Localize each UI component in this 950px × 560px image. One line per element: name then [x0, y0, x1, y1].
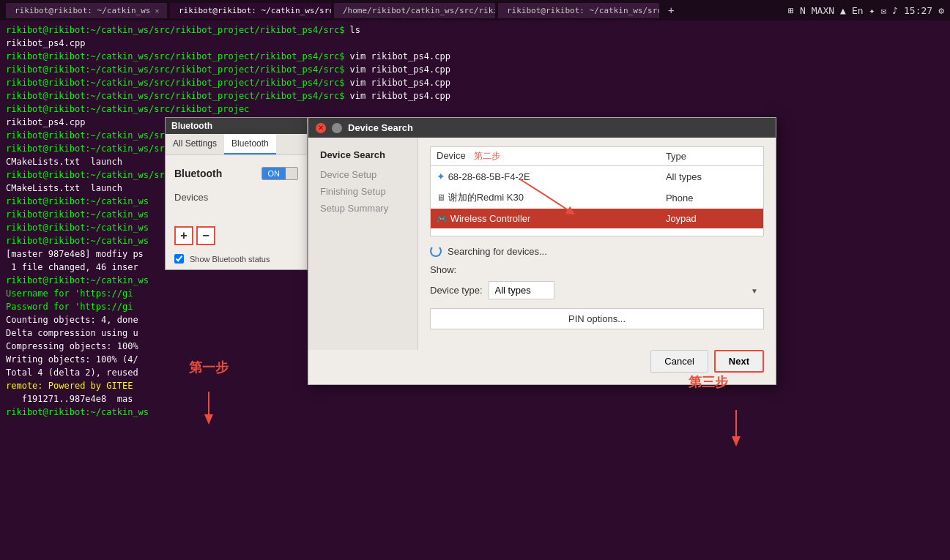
searching-text: Searching for devices...	[448, 246, 547, 257]
remove-device-button[interactable]: −	[196, 226, 215, 245]
dialog-titlebar: ✕ Device Search	[308, 118, 776, 138]
mail-icon: ✉	[880, 5, 886, 16]
tab-2[interactable]: rikibot@rikibot: ~/catkin_ws/src/rikib..…	[170, 3, 331, 18]
show-row: Show:	[430, 264, 764, 275]
system-tray: ⊞ N MAXN ▲ En ✦ ✉ ♪ 15:27 ⚙	[788, 5, 944, 16]
device-cell-3: 🎮 Wireless Controller	[431, 209, 660, 228]
dialog-sidebar-device-search[interactable]: Device Search	[308, 146, 418, 163]
grid-icon: ⊞	[788, 5, 794, 16]
bluetooth-toggle-row: Bluetooth ON	[174, 167, 298, 180]
table-row[interactable]: 🖥 谢加的Redmi K30 Phone	[431, 187, 763, 209]
clock: 15:27	[904, 5, 932, 16]
tab-3[interactable]: /home/rikibot/catkin_ws/src/rikibot_... …	[334, 3, 495, 18]
device-type-label: Device type:	[430, 285, 483, 296]
device-type-select[interactable]: All types Phone Joypad Keyboard Mouse	[489, 281, 554, 299]
new-tab-button[interactable]: +	[662, 3, 680, 18]
table-row[interactable]: ✦ 68-28-68-5B-F4-2E All types	[431, 166, 763, 187]
term-line-1: rikibot@rikibot:~/catkin_ws/src/rikibot_…	[6, 23, 944, 37]
bluetooth-device-icon-1: ✦	[437, 171, 445, 182]
bluetooth-nav: All Settings Bluetooth	[166, 134, 307, 155]
term-line-2: rikibot_ps4.cpp	[6, 37, 944, 50]
bluetooth-nav-all-settings[interactable]: All Settings	[166, 134, 224, 154]
dialog-sidebar-device-setup-label: Device Setup	[320, 169, 376, 180]
term-line-6: rikibot@rikibot:~/catkin_ws/src/rikibot_…	[6, 89, 944, 102]
device-name-1: 68-28-68-5B-F4-2E	[448, 171, 530, 182]
device-list-area: Device 第二步 Type ✦ 68-28-68-5	[430, 146, 764, 236]
show-bluetooth-label: Show Bluetooth status	[190, 255, 270, 264]
device-name-3: Wireless Controller	[450, 213, 531, 224]
monitor-device-icon-2: 🖥	[437, 193, 445, 203]
type-col-header: Type	[660, 147, 763, 166]
term-line-5: rikibot@rikibot:~/catkin_ws/src/rikibot_…	[6, 76, 944, 89]
device-cell-1: ✦ 68-28-68-5B-F4-2E	[431, 166, 660, 187]
device-search-dialog: ✕ Device Search Device Search Device Set…	[308, 117, 776, 385]
nvidia-icon: N	[800, 5, 806, 16]
bluetooth-nav-bluetooth-label: Bluetooth	[231, 138, 269, 149]
tab-4[interactable]: rikibot@rikibot: ~/catkin_ws/src/rikib..…	[498, 3, 659, 18]
tab-4-label: rikibot@rikibot: ~/catkin_ws/src/rikib..…	[507, 6, 659, 15]
toggle-off[interactable]	[286, 168, 297, 179]
maxn-label: MAXN	[812, 5, 834, 16]
bluetooth-nav-bluetooth[interactable]: Bluetooth	[224, 134, 276, 154]
tab-2-label: rikibot@rikibot: ~/catkin_ws/src/rikib..…	[179, 6, 331, 15]
bluetooth-bottom: + −	[166, 220, 307, 251]
type-cell-1: All types	[660, 166, 763, 187]
dialog-footer: Cancel Next	[308, 350, 776, 384]
term-line-30: rikibot@rikibot:~/catkin_ws	[6, 406, 944, 419]
top-bar: rikibot@rikibot: ~/catkin_ws ✕ rikibot@r…	[0, 0, 950, 20]
type-header-label: Type	[666, 151, 686, 162]
wifi-icon: ▲	[840, 5, 846, 16]
bluetooth-panel: Bluetooth All Settings Bluetooth Bluetoo…	[165, 117, 308, 270]
devices-label: Devices	[174, 192, 298, 203]
gamepad-icon: 🎮	[437, 214, 448, 224]
device-cell-2: 🖥 谢加的Redmi K30	[431, 187, 660, 209]
tab-3-label: /home/rikibot/catkin_ws/src/rikibot_...	[343, 6, 495, 15]
dialog-main: Device 第二步 Type ✦ 68-28-68-5	[418, 138, 776, 350]
next-button[interactable]: Next	[714, 350, 764, 373]
device-type-select-wrapper: All types Phone Joypad Keyboard Mouse	[489, 281, 764, 299]
device-col-header: Device 第二步	[431, 147, 660, 166]
add-device-button[interactable]: +	[174, 226, 193, 245]
dialog-sidebar-device-setup[interactable]: Device Setup	[308, 166, 418, 183]
cancel-label: Cancel	[664, 356, 694, 367]
term-line-3: rikibot@rikibot:~/catkin_ws/src/rikibot_…	[6, 50, 944, 63]
pin-options-label: PIN options...	[568, 313, 626, 324]
dialog-title: Device Search	[348, 122, 413, 133]
bluetooth-footer: Show Bluetooth status	[166, 251, 307, 269]
show-label: Show:	[430, 264, 456, 275]
step2-annotation: 第二步	[474, 151, 500, 161]
bluetooth-titlebar: Bluetooth	[166, 118, 307, 134]
term-line-4: rikibot@rikibot:~/catkin_ws/src/rikibot_…	[6, 63, 944, 76]
type-cell-2: Phone	[660, 187, 763, 209]
dialog-sidebar-finishing-setup[interactable]: Finishing Setup	[308, 183, 418, 200]
device-table: Device 第二步 Type ✦ 68-28-68-5	[431, 147, 763, 228]
device-name-2: 谢加的Redmi K30	[448, 192, 524, 203]
bluetooth-title-label: Bluetooth	[171, 121, 212, 131]
cancel-button[interactable]: Cancel	[650, 350, 708, 373]
tab-1-close[interactable]: ✕	[155, 7, 159, 15]
show-bluetooth-checkbox[interactable]	[174, 254, 184, 264]
tabs-container: rikibot@rikibot: ~/catkin_ws ✕ rikibot@r…	[6, 3, 680, 18]
type-cell-3: Joypad	[660, 209, 763, 228]
term-line-7: rikibot@rikibot:~/catkin_ws/src/rikibot_…	[6, 102, 944, 116]
dialog-sidebar-setup-summary-label: Setup Summary	[320, 203, 388, 214]
bluetooth-toggle[interactable]: ON	[261, 167, 299, 180]
tab-1[interactable]: rikibot@rikibot: ~/catkin_ws ✕	[6, 3, 167, 18]
bluetooth-body: Bluetooth ON Devices	[166, 155, 307, 220]
dialog-sidebar-setup-summary[interactable]: Setup Summary	[308, 200, 418, 217]
settings-icon[interactable]: ⚙	[938, 5, 944, 16]
bluetooth-icon: ✦	[869, 5, 875, 16]
next-label: Next	[729, 356, 749, 367]
dialog-close-button[interactable]: ✕	[316, 123, 326, 133]
pin-options-button[interactable]: PIN options...	[430, 308, 764, 329]
lang-icon: En	[852, 5, 864, 16]
search-spinner	[430, 245, 442, 257]
device-type-row: Device type: All types Phone Joypad Keyb…	[430, 281, 764, 299]
dialog-sidebar-device-search-label: Device Search	[320, 149, 385, 160]
device-header-label: Device	[437, 150, 466, 161]
bluetooth-nav-all-settings-label: All Settings	[173, 138, 217, 149]
toggle-on[interactable]: ON	[262, 168, 286, 179]
term-line-29: f191271..987e4e8 mas	[6, 392, 944, 406]
dialog-minimize-button[interactable]	[332, 123, 342, 133]
table-row-selected[interactable]: 🎮 Wireless Controller Joypad	[431, 209, 763, 228]
